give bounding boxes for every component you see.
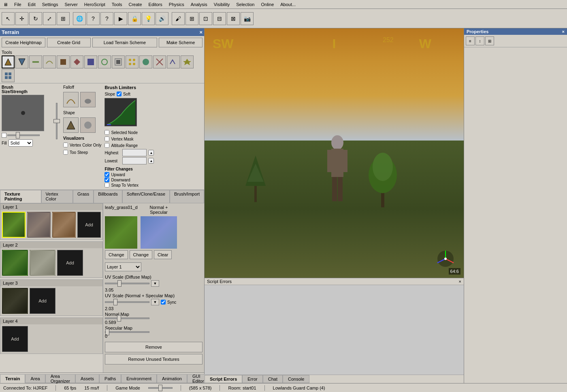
bottom-tab-area-organizer[interactable]: Area Organizer	[45, 374, 75, 383]
bottom-tab-paths[interactable]: Paths	[99, 374, 121, 383]
tb-btn-scale[interactable]: ⤢	[43, 12, 56, 25]
shape-btn-1[interactable]	[63, 117, 79, 133]
sync-checkbox[interactable]	[161, 300, 166, 305]
tb-btn-grid4[interactable]: ⊠	[227, 12, 240, 25]
menu-edit[interactable]: Edit	[25, 1, 39, 8]
prop-tb-btn-2[interactable]: ↕	[475, 36, 484, 45]
prop-tb-btn-3[interactable]: ⊞	[485, 36, 494, 45]
tb-btn-grid2[interactable]: ⊡	[199, 12, 212, 25]
texture-thumb-1-2[interactable]	[27, 212, 51, 238]
bottom-tab-environment[interactable]: Environment	[121, 374, 157, 383]
tool-btn-t1[interactable]	[70, 55, 83, 68]
fill-select[interactable]: Solid	[9, 139, 33, 147]
tb-btn-globe[interactable]: 🌐	[73, 12, 86, 25]
create-heightmap-btn[interactable]: Create Heightmap	[2, 38, 45, 47]
bottom-tab-terrain[interactable]: Terrain	[0, 374, 25, 383]
tb-btn-grid1[interactable]: ⊞	[185, 12, 198, 25]
tab-texture-painting[interactable]: Texture Painting	[0, 190, 41, 203]
se-tab-chat[interactable]: Chat	[263, 375, 283, 383]
layer-select[interactable]: Layer 1 Layer 2 Layer 3 Layer 4	[105, 262, 141, 271]
tool-btn-lower[interactable]	[15, 55, 28, 68]
tab-soften[interactable]: Soften/Clone/Erase	[122, 190, 170, 203]
falloff-btn-1[interactable]	[63, 92, 79, 107]
layer-4-add-btn[interactable]: Add	[2, 326, 28, 352]
texture-thumb-3-1[interactable]	[2, 288, 28, 314]
menu-online[interactable]: Online	[258, 1, 277, 8]
tb-btn-light[interactable]: 💡	[142, 12, 155, 25]
selected-node-checkbox[interactable]	[104, 130, 109, 135]
tb-btn-camera[interactable]: 📷	[241, 12, 254, 25]
normal-map-slider[interactable]	[105, 317, 149, 319]
layer-2-add-btn[interactable]: Add	[57, 250, 83, 276]
tool-btn-t6[interactable]	[139, 55, 152, 68]
tb-btn-sound[interactable]: 🔊	[156, 12, 168, 25]
tool-btn-t3[interactable]	[98, 55, 111, 68]
upward-checkbox[interactable]	[104, 172, 109, 177]
mode-slider[interactable]	[148, 387, 173, 389]
tb-btn-move[interactable]: ✛	[15, 12, 28, 25]
tab-grass[interactable]: Grass	[73, 190, 94, 203]
uv-normal-slider[interactable]	[105, 301, 149, 303]
script-errors-close[interactable]: ×	[459, 279, 461, 284]
menu-create[interactable]: Create	[126, 1, 145, 8]
tb-btn-help2[interactable]: ?	[100, 12, 113, 25]
tool-btn-raise[interactable]	[2, 55, 15, 68]
remove-unused-btn[interactable]: Remove Unused Textures	[105, 354, 202, 364]
bottom-tab-area[interactable]: Area	[25, 374, 45, 383]
terrain-close-btn[interactable]: ×	[199, 29, 202, 35]
tb-btn-arrow[interactable]: ▶	[114, 12, 127, 25]
soft-checkbox[interactable]	[117, 92, 122, 96]
layer-3-add-btn[interactable]: Add	[30, 288, 55, 314]
tab-vertex-color[interactable]: Vertex Color	[41, 190, 73, 203]
uv-normal-expand[interactable]: ▼	[151, 299, 159, 305]
tool-btn-t8[interactable]	[167, 55, 180, 68]
specular-map-slider[interactable]	[105, 331, 149, 333]
brush-size-slider[interactable]	[7, 134, 40, 136]
tb-btn-rotate[interactable]: ↻	[29, 12, 42, 25]
menu-visibility[interactable]: Visibility	[211, 1, 233, 8]
menu-server[interactable]: Server	[61, 1, 81, 8]
tb-btn-paint[interactable]: 🖌	[172, 12, 185, 25]
texture-thumb-1-3[interactable]	[52, 212, 76, 238]
make-scheme-btn[interactable]: Make Scheme	[159, 38, 202, 47]
bottom-tab-animation[interactable]: Animation	[157, 374, 187, 383]
falloff-btn-2[interactable]	[80, 92, 96, 107]
lowest-input[interactable]	[122, 157, 147, 164]
menu-selection[interactable]: Selection	[233, 1, 258, 8]
tb-btn-select[interactable]: ↖	[2, 12, 15, 25]
tool-btn-t2[interactable]	[84, 55, 97, 68]
menu-physics[interactable]: Physics	[166, 1, 188, 8]
brush-strength-slider[interactable]	[56, 103, 58, 139]
change-normal-btn[interactable]: Change	[130, 250, 153, 259]
tb-btn-help[interactable]: ?	[87, 12, 100, 25]
tb-btn-2[interactable]: ⊞	[57, 12, 70, 25]
shape-btn-2[interactable]	[80, 117, 96, 133]
bottom-tab-assets[interactable]: Assets	[75, 374, 99, 383]
menu-heroscript[interactable]: HeroScript	[81, 1, 109, 8]
menu-settings[interactable]: Settings	[39, 1, 62, 8]
tool-btn-t9[interactable]	[181, 55, 194, 68]
load-terrain-scheme-btn[interactable]: Load Terrain Scheme	[92, 38, 158, 47]
tool-btn-t10[interactable]	[2, 69, 15, 82]
lowest-up[interactable]: ▲	[148, 158, 154, 164]
snap-to-vertex-checkbox[interactable]	[104, 183, 109, 187]
altitude-range-checkbox[interactable]	[104, 143, 109, 148]
tool-btn-smooth[interactable]	[43, 55, 56, 68]
texture-thumb-2-1[interactable]	[2, 250, 28, 276]
tool-btn-flatten[interactable]	[29, 55, 42, 68]
se-tab-error[interactable]: Error	[242, 375, 262, 383]
menu-file[interactable]: File	[11, 1, 25, 8]
vertex-mask-checkbox[interactable]	[104, 136, 109, 141]
clear-btn[interactable]: Clear	[154, 250, 172, 259]
tool-btn-t4[interactable]	[112, 55, 125, 68]
tool-btn-t5[interactable]	[126, 55, 139, 68]
tab-billboards[interactable]: Billboards	[94, 190, 122, 203]
texture-thumb-2-2[interactable]	[30, 250, 55, 276]
highest-up[interactable]: ▲	[148, 150, 154, 156]
layer-1-add-btn[interactable]: Add	[77, 212, 101, 238]
uv-diffuse-slider[interactable]	[105, 283, 149, 284]
highest-input[interactable]	[122, 149, 147, 156]
too-steep-checkbox[interactable]	[63, 150, 68, 155]
menu-about[interactable]: About...	[277, 1, 299, 8]
change-diffuse-btn[interactable]: Change	[105, 250, 128, 259]
